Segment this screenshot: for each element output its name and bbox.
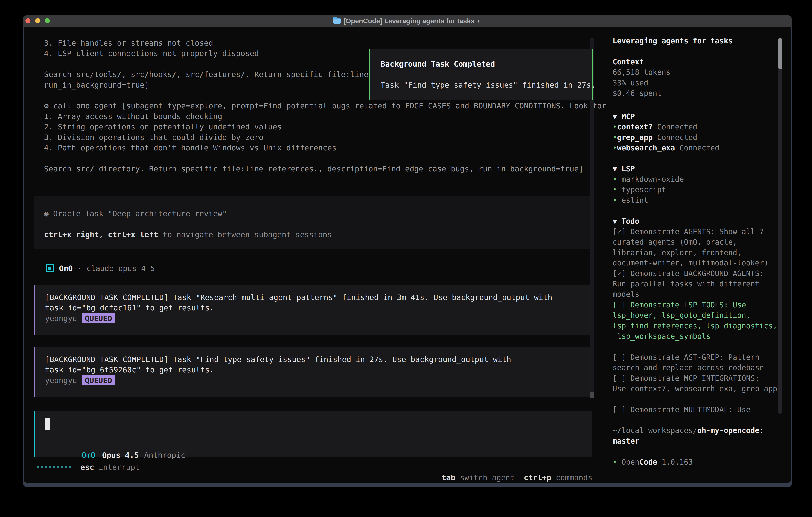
hint-keys: ctrl+x right, ctrl+x left bbox=[44, 230, 158, 239]
todo-line-active: lsp_hover, lsp_goto_definition, bbox=[613, 310, 788, 321]
lsp-item: • markdown-oxide bbox=[613, 174, 788, 185]
agent-header: OmO · claude-opus-4-5 bbox=[46, 263, 155, 274]
todo-line: [ ] Demonstrate MCP INTEGRATIONS: bbox=[613, 373, 788, 384]
workspace-project: oh-my-opencode: bbox=[697, 426, 764, 435]
agent-name: OmO bbox=[59, 264, 73, 273]
status-dot-icon: • bbox=[613, 185, 617, 194]
mcp-name: context7 bbox=[617, 123, 652, 131]
lsp-name: typescript bbox=[617, 185, 666, 194]
todo-line: Run parallel tasks with different bbox=[613, 279, 788, 289]
terminal-window: [OpenCode] Leveraging agents for tasks ◐… bbox=[23, 15, 792, 487]
mcp-status: Connected bbox=[653, 123, 697, 131]
window-title-text: [OpenCode] Leveraging agents for tasks bbox=[344, 17, 474, 25]
lsp-item: • eslint bbox=[613, 195, 788, 206]
desktop: [OpenCode] Leveraging agents for tasks ◐… bbox=[0, 0, 812, 517]
chat-line: 4. Path operations that don't handle Win… bbox=[44, 142, 606, 153]
status-dot-icon: • bbox=[613, 458, 617, 466]
oracle-task-title: ◉ Oracle Task "Deep architecture review" bbox=[44, 208, 592, 219]
message-line: [BACKGROUND TASK COMPLETED] Task "Resear… bbox=[45, 292, 592, 303]
mcp-section-heading[interactable]: ▼ MCP bbox=[613, 111, 788, 122]
opencode-name-prefix: Open bbox=[617, 458, 639, 466]
mcp-name: grep_app bbox=[617, 133, 652, 142]
spacer bbox=[381, 69, 592, 80]
lsp-item: • typescript bbox=[613, 185, 788, 195]
todo-line: models bbox=[613, 289, 788, 300]
model-provider: Anthropic bbox=[144, 451, 185, 460]
record-icon: ◉ bbox=[44, 209, 49, 218]
notification-title: Background Task Completed bbox=[381, 59, 592, 69]
mcp-status: Connected bbox=[675, 143, 720, 152]
spacer bbox=[613, 415, 788, 426]
opencode-version-number: 1.0.163 bbox=[657, 458, 693, 466]
message-line: task_id="bg_dcfac161" to get results. bbox=[45, 303, 592, 313]
statusbar-left: esc interrupt bbox=[37, 462, 140, 472]
gear-icon: ⚙ bbox=[44, 101, 53, 111]
chat-line: 3. Division operations that could divide… bbox=[44, 132, 606, 142]
spacer bbox=[613, 394, 788, 404]
todo-line-active: [ ] Demonstrate LSP TOOLS: Use bbox=[613, 300, 788, 310]
status-badge: QUEUED bbox=[82, 376, 115, 385]
workspace-path: ~/local-workspaces/oh-my-opencode: bbox=[613, 426, 788, 436]
todo-line: [✓] Demonstrate BACKGROUND AGENTS: bbox=[613, 269, 788, 279]
context-spent: $0.46 spent bbox=[613, 88, 788, 99]
agent-name-model: OmO · claude-opus-4-5 bbox=[59, 263, 155, 274]
workspace-path-prefix: ~/local-workspaces/ bbox=[613, 426, 697, 435]
window-title: [OpenCode] Leveraging agents for tasks ◐ bbox=[23, 15, 792, 27]
background-task-notification: Background Task Completed Task "Find typ… bbox=[369, 49, 593, 100]
sidebar-scrollbar-thumb[interactable] bbox=[778, 38, 782, 69]
opencode-name-suffix: Code bbox=[639, 458, 657, 466]
oracle-task-panel: ◉ Oracle Task "Deep architecture review"… bbox=[34, 196, 592, 249]
context-used: 33% used bbox=[613, 78, 788, 88]
message-line: task_id="bg_6f59260c" to get results. bbox=[45, 365, 592, 375]
agent-short-name: OmO bbox=[82, 451, 95, 460]
opencode-version: • OpenCode 1.0.163 bbox=[613, 457, 788, 467]
chat-scrollbar-thumb[interactable] bbox=[590, 392, 594, 398]
model-row: OmOOpus 4.5Anthropic bbox=[45, 440, 185, 450]
mcp-status: Connected bbox=[653, 133, 697, 142]
context-tokens: 66,518 tokens bbox=[613, 67, 788, 78]
esc-key-hint: esc bbox=[80, 463, 94, 472]
sidebar-scrollbar[interactable] bbox=[778, 38, 782, 414]
chat-line: 2. String operations on potentially unde… bbox=[44, 121, 606, 132]
todo-line: curated agents (OmO, oracle, bbox=[613, 237, 788, 247]
cmd-key-hint: ctrl+p bbox=[524, 473, 551, 482]
status-badge: QUEUED bbox=[82, 314, 115, 324]
message-meta: yeongyuQUEUED bbox=[45, 313, 592, 324]
todo-line: [ ] Demonstrate AST-GREP: Pattern bbox=[613, 352, 788, 363]
esc-key-label: interrupt bbox=[94, 463, 140, 472]
oracle-hint: ctrl+x right, ctrl+x left to navigate be… bbox=[44, 229, 592, 240]
author-name: yeongyu bbox=[45, 376, 77, 385]
mcp-name: websearch_exa bbox=[617, 143, 675, 152]
message-meta: yeongyuQUEUED bbox=[45, 375, 592, 386]
status-dot-icon: • bbox=[613, 123, 617, 131]
lsp-section-heading[interactable]: ▼ LSP bbox=[613, 164, 788, 174]
chat-line bbox=[44, 153, 606, 163]
spacer bbox=[613, 342, 788, 352]
todo-line: [ ] Demonstrate MULTIMODAL: Use bbox=[613, 405, 788, 415]
spacer bbox=[613, 46, 788, 57]
hint-text: to navigate between subagent sessions bbox=[158, 230, 332, 239]
tab-key-hint: tab bbox=[441, 473, 455, 482]
todo-section-heading[interactable]: ▼ Todo bbox=[613, 216, 788, 226]
status-dot-icon: • bbox=[613, 175, 617, 184]
spacer bbox=[613, 99, 788, 109]
window-titlebar[interactable]: [OpenCode] Leveraging agents for tasks ◐ bbox=[23, 15, 792, 27]
message-line: [BACKGROUND TASK COMPLETED] Task "Find t… bbox=[45, 354, 592, 365]
lsp-name: markdown-oxide bbox=[617, 175, 684, 184]
todo-line: [✓] Demonstrate AGENTS: Show all 7 bbox=[613, 226, 788, 237]
separator bbox=[515, 473, 524, 482]
author-name: yeongyu bbox=[45, 314, 77, 323]
session-progress-icon: ◐ bbox=[477, 17, 482, 25]
todo-line: librarian, explore, frontend, bbox=[613, 247, 788, 258]
prompt-input[interactable]: OmOOpus 4.5Anthropic bbox=[34, 411, 592, 457]
notification-body: Task "Find type safety issues" finished … bbox=[381, 80, 592, 90]
mcp-item: •websearch_exa Connected bbox=[613, 143, 788, 153]
agent-icon bbox=[46, 265, 54, 272]
todo-line: Use context7, websearch_exa, grep_app bbox=[613, 384, 788, 394]
status-dot-icon: • bbox=[613, 133, 617, 142]
mcp-item: •context7 Connected bbox=[613, 122, 788, 132]
todo-line: document-writer, multimodal-looker) bbox=[613, 258, 788, 268]
spacer bbox=[613, 446, 788, 457]
folder-icon bbox=[334, 18, 341, 24]
spacer bbox=[44, 219, 592, 229]
